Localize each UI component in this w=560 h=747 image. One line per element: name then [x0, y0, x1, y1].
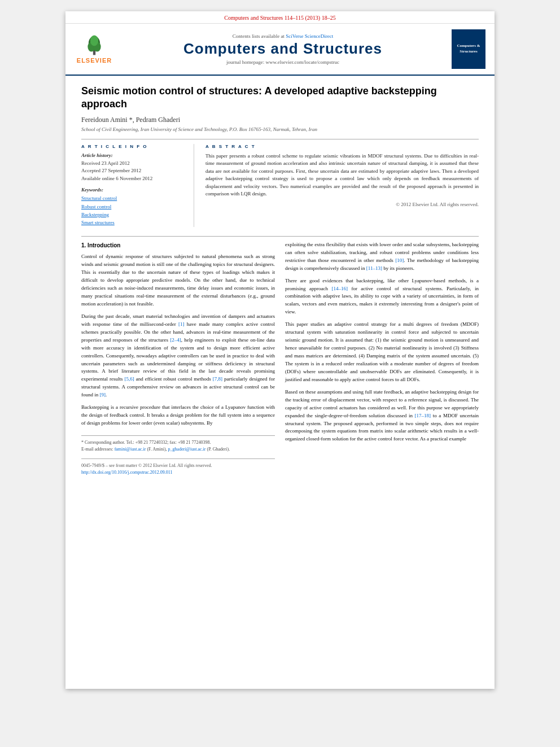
sciverse-line: Contents lists available at SciVerse Sci…: [114, 33, 452, 39]
article-info-column: A R T I C L E I N F O Article history: R…: [81, 144, 194, 227]
intro-para-3: Backstepping is a recursive procedure th…: [81, 404, 275, 427]
abstract-text: This paper presents a robust control sch…: [205, 152, 479, 198]
doi-link[interactable]: http://dx.doi.org/10.1016/j.compstruc.20…: [81, 470, 173, 475]
footnote-section: * Corresponding author. Tel.: +98 21 772…: [81, 435, 275, 453]
keyword-3[interactable]: Backstepping: [81, 211, 186, 219]
footer-issn: 0045-7949/$ – see front matter © 2012 El…: [81, 462, 212, 469]
right-para-2: There are good evidences that backsteppi…: [285, 277, 479, 317]
journal-homepage: journal homepage: www.elsevier.com/locat…: [114, 59, 452, 65]
journal-cover-thumbnail: Computers & Structures: [452, 29, 485, 69]
right-column: exploiting the extra flexibility that ex…: [285, 241, 479, 477]
keyword-2[interactable]: Robust control: [81, 203, 186, 211]
keywords-label: Keywords:: [81, 187, 186, 193]
article-page: Computers and Structures 114–115 (2013) …: [65, 11, 495, 689]
authors-line: Fereidoun Amini *, Pedram Ghaderi: [81, 116, 479, 124]
email-link-amini[interactable]: famini@iust.ac.ir: [115, 447, 146, 452]
elsevier-brand-short: ELSEVIER: [77, 57, 112, 64]
abstract-label: A B S T R A C T: [205, 144, 479, 149]
ref-14-16[interactable]: [14–16]: [331, 286, 348, 291]
affiliation: School of Civil Engineering, Iran Univer…: [81, 126, 479, 132]
svg-point-4: [90, 35, 99, 46]
journal-banner: ELSEVIER Contents lists available at Sci…: [65, 24, 495, 76]
right-para-4: Based on these assumptions and using ful…: [285, 388, 479, 444]
keyword-1[interactable]: Structural control: [81, 194, 186, 202]
right-para-3: This paper studies an adaptive control s…: [285, 321, 479, 384]
cover-label: Computers & Structures: [454, 43, 483, 55]
authors-text: Fereidoun Amini *, Pedram Ghaderi: [81, 116, 180, 124]
ref-9[interactable]: [9]: [100, 392, 106, 397]
email-link-ghaderi[interactable]: p_ghaderi@iust.ac.ir: [168, 447, 206, 452]
journal-title-block: Contents lists available at SciVerse Sci…: [114, 33, 452, 65]
footer-left: 0045-7949/$ – see front matter © 2012 El…: [81, 462, 212, 477]
footnote-corresponding: * Corresponding author. Tel.: +98 21 772…: [81, 439, 275, 446]
title-divider: [81, 139, 479, 139]
article-title: Seismic motion control of structures: A …: [81, 85, 479, 111]
journal-name: Computers and Structures: [114, 40, 452, 58]
abstract-divider: [81, 236, 479, 237]
article-meta-row: A R T I C L E I N F O Article history: R…: [81, 144, 479, 227]
history-received: Received 23 April 2012: [81, 160, 186, 168]
ref-17-18[interactable]: [17–18]: [415, 413, 431, 418]
footnote-emails: E-mail addresses: famini@iust.ac.ir (F. …: [81, 446, 275, 453]
right-para-1: exploiting the extra flexibility that ex…: [285, 241, 479, 273]
copyright-line: © 2012 Elsevier Ltd. All rights reserved…: [205, 202, 479, 207]
ref-7-8[interactable]: [7,8]: [213, 376, 222, 382]
ref-10[interactable]: [10]: [395, 257, 404, 263]
ref-1[interactable]: [1]: [178, 321, 185, 327]
ref-2-4[interactable]: [2–4]: [170, 337, 181, 343]
article-info-label: A R T I C L E I N F O: [81, 144, 186, 149]
left-column: 1. Introduction Control of dynamic respo…: [81, 241, 275, 477]
keyword-4[interactable]: Smart structures: [81, 219, 186, 226]
history-label: Article history:: [81, 152, 186, 158]
abstract-column: A B S T R A C T This paper presents a ro…: [205, 144, 479, 227]
intro-para-2: During the past decade, smart material t…: [81, 313, 275, 399]
main-content-columns: 1. Introduction Control of dynamic respo…: [81, 241, 479, 477]
sciverse-link[interactable]: SciVerse ScienceDirect: [286, 33, 333, 39]
journal-reference-bar: Computers and Structures 114–115 (2013) …: [65, 11, 495, 24]
history-accepted: Accepted 27 September 2012: [81, 167, 186, 175]
introduction-heading: 1. Introduction: [81, 241, 275, 250]
footer-bar: 0045-7949/$ – see front matter © 2012 El…: [81, 458, 275, 477]
elsevier-logo: ELSEVIER: [75, 34, 114, 64]
history-online: Available online 6 November 2012: [81, 175, 186, 183]
journal-ref-text: Computers and Structures 114–115 (2013) …: [224, 15, 335, 21]
ref-5-6[interactable]: [5,6]: [124, 376, 134, 382]
article-body: Seismic motion control of structures: A …: [65, 76, 495, 486]
intro-para-1: Control of dynamic response of structure…: [81, 253, 275, 308]
footer-doi: http://dx.doi.org/10.1016/j.compstruc.20…: [81, 469, 212, 476]
ref-11-13[interactable]: [11–13]: [366, 265, 382, 271]
